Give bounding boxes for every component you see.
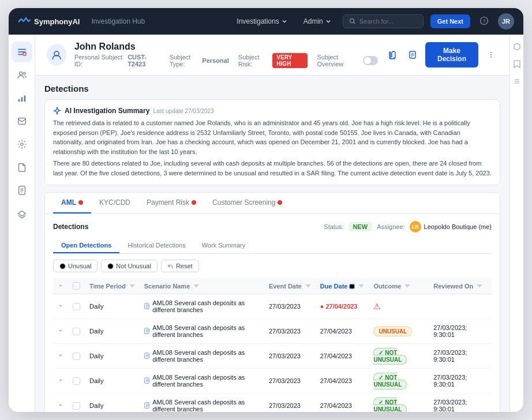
outcome-not-unusual-badge: ✓ NOT UNUSUAL [373,397,407,412]
table-row: Daily AML08 Several cash deposits as dif… [53,319,492,344]
cell-reviewed-on: 27/03/2023; 9:30:01 [429,319,492,344]
outcome-unusual-badge: UNUSUAL [373,327,412,336]
row-checkbox[interactable] [73,352,80,360]
table-section: Detections Status: NEW Assignee: LB Leop… [45,214,500,412]
row-checkbox[interactable] [73,328,80,335]
list-icon[interactable] [512,76,522,88]
ai-summary-text-1: The retrieved data is related to a custo… [53,118,492,156]
sidebar-item-stack[interactable] [12,203,32,224]
svg-point-24 [490,57,492,58]
detections-title: Detections [44,84,500,93]
cell-reviewed-on: 27/03/2023; 9:30:01 [429,369,492,393]
subject-meta: Personal Subject ID: CUST-T2423 Subject … [74,53,378,68]
row-expand-icon[interactable] [58,303,63,310]
sub-tabs: Open Detections Historical Detections Wo… [53,238,492,254]
row-expand-icon[interactable] [58,377,63,384]
cell-event-date: 27/03/2023 [264,393,316,412]
make-decision-button[interactable]: Make Decision [425,42,478,68]
more-options-icon[interactable] [484,48,498,62]
tab-kyccdd[interactable]: KYC/CDD [91,193,138,213]
cell-due-date: 27/04/2023 [316,344,369,369]
svg-point-0 [18,21,20,22]
detection-tabs-panel: AML KYC/CDD Payment Risk Customer Screen… [44,192,500,412]
svg-rect-27 [350,284,354,288]
cell-outcome: ✓ NOT UNUSUAL [369,369,429,393]
subject-avatar-icon [47,44,66,66]
svg-point-23 [490,54,492,55]
row-expand-icon[interactable] [58,328,63,335]
row-checkbox[interactable] [73,402,80,410]
nav-investigations[interactable]: Investigations [232,15,291,28]
unusual-button[interactable]: Unusual [53,260,98,272]
subject-name: John Rolands [74,42,378,52]
row-checkbox[interactable] [73,303,80,310]
sidebar-item-detections[interactable] [12,42,32,62]
detections-table: Time Period Scenario Name [53,278,492,412]
bookmark-icon[interactable] [512,58,522,72]
search-box[interactable] [343,14,424,28]
ai-summary-text-2: There are 80 detections related to Joe, … [53,159,492,178]
table-row: Daily AML08 Several cash deposits as dif… [53,393,492,412]
cell-due-date: 27/04/2023 [316,319,369,344]
outcome-not-unusual-badge: ✓ NOT UNUSUAL [373,348,407,365]
subtab-work-summary[interactable]: Work Summary [194,238,254,253]
reset-button[interactable]: Reset [161,260,199,272]
col-outcome: Outcome [373,283,424,290]
not-unusual-button[interactable]: Not Unusual [101,260,158,272]
col-expand-icon[interactable] [58,283,63,290]
subject-overview: Subject Overview [317,54,378,68]
overview-toggle[interactable] [363,56,378,65]
ai-sparkle-icon [53,107,61,115]
subtab-open-detections[interactable]: Open Detections [53,238,119,253]
cell-reviewed-on: 27/03/2023; 9:30:01 [429,344,492,369]
cell-time-period: Daily [85,319,140,344]
col-scenario-name: Scenario Name [144,283,260,290]
table-section-title: Detections [53,223,88,231]
cell-reviewed-on [429,294,492,319]
nav-admin[interactable]: Admin [299,15,336,28]
ai-summary-date: Last update 27/03/2023 [153,108,213,114]
select-all-checkbox[interactable] [73,282,80,290]
search-input[interactable] [359,18,417,25]
cell-outcome: UNUSUAL [369,319,429,344]
cell-event-date: 27/03/2023 [264,344,316,369]
help-icon[interactable]: ? [477,14,491,29]
due-date-overdue: ● 27/04/2023 [320,303,358,310]
svg-point-1 [350,19,354,23]
outcome-not-unusual-badge: ✓ NOT UNUSUAL [373,373,407,389]
cell-event-date: 27/03/2023 [264,369,316,393]
get-next-button[interactable]: Get Next [430,14,470,28]
sidebar-item-files[interactable] [12,157,32,178]
right-panel [509,35,523,412]
cell-time-period: Daily [85,344,140,369]
row-expand-icon[interactable] [58,352,63,359]
row-expand-icon[interactable] [58,402,63,409]
ai-summary-title: AI Investigation Summary [65,107,149,115]
sidebar-item-analytics[interactable] [12,88,32,108]
row-checkbox[interactable] [73,377,80,385]
cell-due-date: 27/04/2023 [316,393,369,412]
svg-rect-9 [21,97,23,102]
tab-payment-risk[interactable]: Payment Risk [138,193,204,213]
cell-time-period: Daily [85,294,140,319]
svg-point-25 [60,264,65,269]
table-row: Daily AML08 Several cash deposits as dif… [53,369,492,393]
risk-badge: VERY HIGH [272,53,308,68]
header-actions: Make Decision [386,42,498,68]
user-avatar[interactable]: JR [498,13,514,29]
tab-customer-screening[interactable]: Customer Screening [204,193,290,213]
subtab-historical-detections[interactable]: Historical Detections [119,238,193,253]
expand-icon[interactable] [511,40,523,54]
document-icon[interactable] [406,48,419,62]
cell-scenario-name: AML08 Several cash deposits as different… [140,294,264,319]
table-row: Daily AML08 Several cash deposits as dif… [53,294,492,319]
sidebar-item-inbox[interactable] [12,111,32,132]
sidebar-item-reports[interactable] [12,180,32,201]
sidebar-item-subjects[interactable] [12,65,32,85]
clip-icon[interactable] [386,48,400,62]
sidebar-item-settings[interactable] [12,134,32,155]
svg-rect-10 [24,96,25,102]
assignee-label: Assignee: [377,223,404,230]
tab-aml[interactable]: AML [53,193,91,213]
ai-summary-box: AI Investigation Summary Last update 27/… [44,99,500,185]
